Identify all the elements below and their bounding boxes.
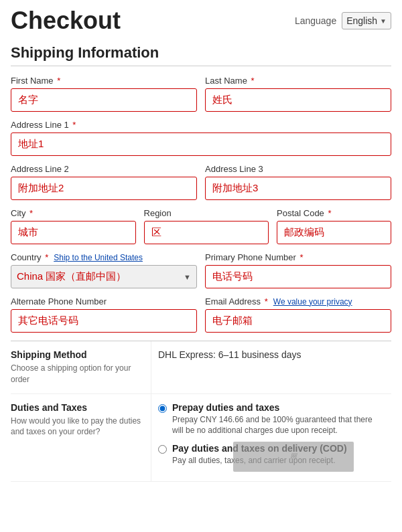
- region-label: Region: [144, 208, 269, 218]
- alt-phone-label: Alternate Phone Number: [11, 296, 197, 306]
- email-label-row: Email Address * We value your privacy: [205, 296, 391, 306]
- duties-taxes-row: Duties and Taxes How would you like to p…: [11, 394, 391, 482]
- city-input[interactable]: [11, 221, 136, 244]
- city-group: City *: [11, 208, 136, 244]
- shipping-method-row: Shipping Method Choose a shipping option…: [11, 341, 391, 394]
- address1-label: Address Line 1 *: [11, 120, 391, 130]
- country-value: China 国家（直邮中国）: [17, 270, 180, 283]
- prepay-desc: Prepay CNY 146.66 and be 100% guaranteed…: [172, 414, 385, 437]
- first-name-label: First Name *: [11, 76, 197, 86]
- name-row: First Name * Last Name *: [11, 76, 391, 112]
- address23-row: Address Line 2 Address Line 3: [11, 164, 391, 200]
- email-input[interactable]: [205, 309, 391, 333]
- shipping-method-desc: Choose a shipping option for your order: [11, 363, 144, 385]
- shipping-method-left: Shipping Method Choose a shipping option…: [11, 341, 151, 393]
- last-name-group: Last Name *: [205, 76, 391, 112]
- primary-phone-required: *: [297, 252, 304, 262]
- city-label: City *: [11, 208, 136, 218]
- page-title: Checkout: [11, 7, 121, 35]
- language-selector[interactable]: English ▼: [342, 12, 391, 29]
- email-required: *: [262, 296, 268, 306]
- email-label: Email Address *: [205, 296, 268, 306]
- address2-input[interactable]: [11, 177, 197, 200]
- language-label: Language: [295, 15, 336, 26]
- duties-taxes-title: Duties and Taxes: [11, 402, 144, 413]
- shipping-method-value: DHL Express: 6–11 business days: [158, 349, 301, 360]
- country-phone-row: Country * Ship to the United States Chin…: [11, 252, 391, 288]
- cod-desc: Pay all duties, taxes, and carrier upon …: [172, 455, 347, 466]
- city-required: *: [27, 208, 33, 218]
- shipping-method-right: DHL Express: 6–11 business days: [151, 341, 391, 393]
- last-name-input[interactable]: [205, 88, 391, 112]
- address3-input[interactable]: [205, 177, 391, 200]
- first-name-group: First Name *: [11, 76, 197, 112]
- ship-to-us-link[interactable]: Ship to the United States: [54, 253, 143, 262]
- postal-code-label: Postal Code *: [277, 208, 391, 218]
- first-name-input[interactable]: [11, 88, 197, 112]
- alt-phone-input[interactable]: [11, 309, 197, 333]
- info-table: Shipping Method Choose a shipping option…: [11, 341, 391, 482]
- address3-label: Address Line 3: [205, 164, 391, 174]
- country-selector[interactable]: China 国家（直邮中国） ▼: [11, 265, 197, 288]
- country-required: *: [43, 252, 49, 262]
- primary-phone-group: Primary Phone Number *: [205, 252, 391, 288]
- first-name-required: *: [55, 76, 61, 86]
- privacy-link[interactable]: We value your privacy: [273, 297, 352, 306]
- address2-label: Address Line 2: [11, 164, 197, 174]
- prepay-radio[interactable]: [158, 404, 167, 413]
- address1-input[interactable]: [11, 132, 391, 156]
- prepay-option: Prepay duties and taxes Prepay CNY 146.6…: [158, 402, 385, 437]
- email-group: Email Address * We value your privacy: [205, 296, 391, 333]
- country-label-row: Country * Ship to the United States: [11, 252, 197, 262]
- page-wrapper: Checkout Language English ▼ Shipping Inf…: [0, 0, 402, 495]
- last-name-required: *: [249, 76, 255, 86]
- address2-group: Address Line 2: [11, 164, 197, 200]
- address3-group: Address Line 3: [205, 164, 391, 200]
- cod-radio[interactable]: [158, 445, 167, 454]
- country-group: Country * Ship to the United States Chin…: [11, 252, 197, 288]
- language-value: English: [346, 15, 377, 26]
- cod-content: Pay duties and taxes on delivery (COD) P…: [172, 443, 347, 466]
- prepay-content: Prepay duties and taxes Prepay CNY 146.6…: [172, 402, 385, 437]
- shipping-method-title: Shipping Method: [11, 349, 144, 360]
- last-name-label: Last Name *: [205, 76, 391, 86]
- address1-row: Address Line 1 *: [11, 120, 391, 156]
- language-area: Language English ▼: [295, 12, 391, 29]
- postal-code-input[interactable]: [277, 221, 391, 244]
- country-label: Country *: [11, 252, 48, 262]
- primary-phone-input[interactable]: [205, 265, 391, 288]
- primary-phone-label: Primary Phone Number *: [205, 252, 391, 262]
- duties-taxes-right: Prepay duties and taxes Prepay CNY 146.6…: [151, 394, 391, 481]
- prepay-title: Prepay duties and taxes: [172, 402, 385, 413]
- region-input[interactable]: [144, 221, 269, 244]
- region-group: Region: [144, 208, 269, 244]
- cod-option: Pay duties and taxes on delivery (COD) P…: [158, 443, 385, 466]
- address1-group: Address Line 1 *: [11, 120, 391, 156]
- chevron-down-icon: ▼: [184, 273, 191, 281]
- address1-required: *: [70, 120, 76, 130]
- duties-taxes-desc: How would you like to pay the duties and…: [11, 416, 144, 438]
- alt-phone-group: Alternate Phone Number: [11, 296, 197, 333]
- duties-taxes-left: Duties and Taxes How would you like to p…: [11, 394, 151, 481]
- alt-phone-email-row: Alternate Phone Number Email Address * W…: [11, 296, 391, 333]
- postal-code-group: Postal Code *: [277, 208, 391, 244]
- watermark-overlay: 网: [233, 442, 354, 472]
- shipping-info-title: Shipping Information: [11, 44, 391, 66]
- header: Checkout Language English ▼: [11, 7, 391, 37]
- postal-required: *: [326, 208, 332, 218]
- city-region-postal-row: City * Region Postal Code *: [11, 208, 391, 244]
- chevron-down-icon: ▼: [380, 17, 387, 25]
